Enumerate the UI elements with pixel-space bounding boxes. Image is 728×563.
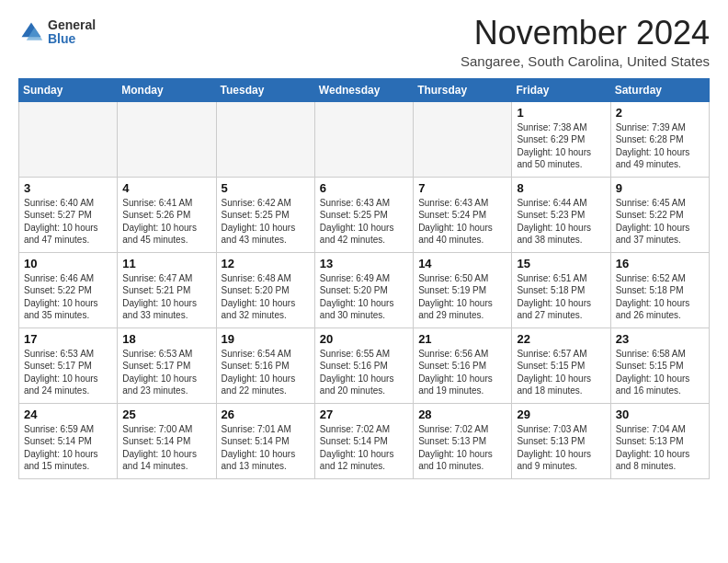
- calendar-cell: 30Sunrise: 7:04 AM Sunset: 5:13 PM Dayli…: [610, 403, 709, 478]
- calendar-week-4: 24Sunrise: 6:59 AM Sunset: 5:14 PM Dayli…: [19, 403, 710, 478]
- weekday-header-monday: Monday: [118, 78, 216, 101]
- day-number: 11: [122, 257, 210, 270]
- cell-info: Sunrise: 7:00 AM Sunset: 5:14 PM Dayligh…: [122, 423, 210, 473]
- cell-info: Sunrise: 7:02 AM Sunset: 5:13 PM Dayligh…: [418, 423, 506, 473]
- cell-info: Sunrise: 6:59 AM Sunset: 5:14 PM Dayligh…: [24, 423, 112, 473]
- logo: General Blue: [18, 18, 96, 47]
- calendar-cell: 6Sunrise: 6:43 AM Sunset: 5:25 PM Daylig…: [314, 177, 413, 252]
- calendar-cell: 24Sunrise: 6:59 AM Sunset: 5:14 PM Dayli…: [19, 403, 118, 478]
- day-number: 29: [517, 408, 605, 421]
- weekday-header-sunday: Sunday: [19, 78, 118, 101]
- calendar-cell: 13Sunrise: 6:49 AM Sunset: 5:20 PM Dayli…: [314, 252, 413, 327]
- calendar-cell: 12Sunrise: 6:48 AM Sunset: 5:20 PM Dayli…: [216, 252, 314, 327]
- day-number: 23: [616, 332, 704, 346]
- calendar-cell: 28Sunrise: 7:02 AM Sunset: 5:13 PM Dayli…: [414, 403, 512, 478]
- day-number: 16: [616, 257, 704, 270]
- calendar-cell: 3Sunrise: 6:40 AM Sunset: 5:27 PM Daylig…: [19, 177, 118, 252]
- calendar-cell: 8Sunrise: 6:44 AM Sunset: 5:23 PM Daylig…: [512, 177, 610, 252]
- day-number: 30: [616, 408, 704, 421]
- weekday-header-wednesday: Wednesday: [314, 78, 413, 101]
- day-number: 1: [517, 106, 605, 120]
- cell-info: Sunrise: 7:04 AM Sunset: 5:13 PM Dayligh…: [616, 423, 704, 473]
- calendar-table: SundayMondayTuesdayWednesdayThursdayFrid…: [18, 78, 710, 479]
- cell-info: Sunrise: 6:41 AM Sunset: 5:26 PM Dayligh…: [122, 197, 210, 247]
- logo-blue: Blue: [48, 32, 96, 46]
- calendar-cell: [118, 101, 216, 177]
- calendar-cell: 7Sunrise: 6:43 AM Sunset: 5:24 PM Daylig…: [414, 177, 512, 252]
- weekday-header-thursday: Thursday: [414, 78, 512, 101]
- calendar-week-2: 10Sunrise: 6:46 AM Sunset: 5:22 PM Dayli…: [19, 252, 710, 327]
- calendar-cell: 5Sunrise: 6:42 AM Sunset: 5:25 PM Daylig…: [216, 177, 314, 252]
- cell-info: Sunrise: 6:57 AM Sunset: 5:15 PM Dayligh…: [517, 348, 605, 397]
- day-number: 21: [418, 332, 506, 346]
- calendar-cell: 10Sunrise: 6:46 AM Sunset: 5:22 PM Dayli…: [19, 252, 118, 327]
- calendar-cell: 18Sunrise: 6:53 AM Sunset: 5:17 PM Dayli…: [118, 327, 216, 403]
- calendar-cell: [314, 101, 413, 177]
- logo-general: General: [48, 18, 96, 32]
- day-number: 28: [418, 408, 506, 421]
- cell-info: Sunrise: 6:56 AM Sunset: 5:16 PM Dayligh…: [418, 348, 506, 397]
- cell-info: Sunrise: 6:43 AM Sunset: 5:24 PM Dayligh…: [418, 197, 506, 247]
- day-number: 3: [24, 181, 112, 195]
- logo-icon: [18, 19, 44, 45]
- day-number: 12: [222, 257, 310, 270]
- cell-info: Sunrise: 7:38 AM Sunset: 6:29 PM Dayligh…: [517, 121, 605, 171]
- day-number: 25: [122, 408, 210, 421]
- calendar-cell: 16Sunrise: 6:52 AM Sunset: 5:18 PM Dayli…: [610, 252, 709, 327]
- day-number: 18: [122, 332, 210, 346]
- location-subtitle: Sangaree, South Carolina, United States: [461, 53, 710, 69]
- calendar-cell: 23Sunrise: 6:58 AM Sunset: 5:15 PM Dayli…: [610, 327, 709, 403]
- day-number: 13: [320, 257, 408, 270]
- cell-info: Sunrise: 7:02 AM Sunset: 5:14 PM Dayligh…: [320, 423, 408, 473]
- day-number: 2: [616, 106, 704, 120]
- title-block: November 2024 Sangaree, South Carolina, …: [461, 15, 710, 69]
- logo-text: General Blue: [48, 18, 96, 47]
- cell-info: Sunrise: 6:51 AM Sunset: 5:18 PM Dayligh…: [517, 272, 605, 322]
- calendar-cell: [19, 101, 118, 177]
- calendar-cell: 26Sunrise: 7:01 AM Sunset: 5:14 PM Dayli…: [216, 403, 314, 478]
- calendar-cell: 11Sunrise: 6:47 AM Sunset: 5:21 PM Dayli…: [118, 252, 216, 327]
- calendar-cell: 20Sunrise: 6:55 AM Sunset: 5:16 PM Dayli…: [314, 327, 413, 403]
- cell-info: Sunrise: 6:43 AM Sunset: 5:25 PM Dayligh…: [320, 197, 408, 247]
- weekday-header-saturday: Saturday: [610, 78, 709, 101]
- cell-info: Sunrise: 6:40 AM Sunset: 5:27 PM Dayligh…: [24, 197, 112, 247]
- day-number: 24: [24, 408, 112, 421]
- day-number: 4: [122, 181, 210, 195]
- cell-info: Sunrise: 7:03 AM Sunset: 5:13 PM Dayligh…: [517, 423, 605, 473]
- calendar-cell: 17Sunrise: 6:53 AM Sunset: 5:17 PM Dayli…: [19, 327, 118, 403]
- weekday-header-tuesday: Tuesday: [216, 78, 314, 101]
- calendar-cell: 29Sunrise: 7:03 AM Sunset: 5:13 PM Dayli…: [512, 403, 610, 478]
- day-number: 26: [222, 408, 310, 421]
- calendar-cell: 21Sunrise: 6:56 AM Sunset: 5:16 PM Dayli…: [414, 327, 512, 403]
- calendar-cell: 22Sunrise: 6:57 AM Sunset: 5:15 PM Dayli…: [512, 327, 610, 403]
- cell-info: Sunrise: 6:48 AM Sunset: 5:20 PM Dayligh…: [222, 272, 310, 322]
- cell-info: Sunrise: 6:55 AM Sunset: 5:16 PM Dayligh…: [320, 348, 408, 397]
- day-number: 22: [517, 332, 605, 346]
- cell-info: Sunrise: 6:50 AM Sunset: 5:19 PM Dayligh…: [418, 272, 506, 322]
- calendar-week-1: 3Sunrise: 6:40 AM Sunset: 5:27 PM Daylig…: [19, 177, 710, 252]
- calendar-cell: 25Sunrise: 7:00 AM Sunset: 5:14 PM Dayli…: [118, 403, 216, 478]
- calendar-cell: [216, 101, 314, 177]
- cell-info: Sunrise: 6:45 AM Sunset: 5:22 PM Dayligh…: [616, 197, 704, 247]
- cell-info: Sunrise: 6:42 AM Sunset: 5:25 PM Dayligh…: [222, 197, 310, 247]
- cell-info: Sunrise: 7:39 AM Sunset: 6:28 PM Dayligh…: [616, 121, 704, 171]
- calendar-cell: 19Sunrise: 6:54 AM Sunset: 5:16 PM Dayli…: [216, 327, 314, 403]
- cell-info: Sunrise: 6:47 AM Sunset: 5:21 PM Dayligh…: [122, 272, 210, 322]
- calendar-cell: 4Sunrise: 6:41 AM Sunset: 5:26 PM Daylig…: [118, 177, 216, 252]
- day-number: 6: [320, 181, 408, 195]
- cell-info: Sunrise: 6:53 AM Sunset: 5:17 PM Dayligh…: [122, 348, 210, 397]
- calendar-cell: 27Sunrise: 7:02 AM Sunset: 5:14 PM Dayli…: [314, 403, 413, 478]
- cell-info: Sunrise: 6:53 AM Sunset: 5:17 PM Dayligh…: [24, 348, 112, 397]
- calendar-cell: 14Sunrise: 6:50 AM Sunset: 5:19 PM Dayli…: [414, 252, 512, 327]
- day-number: 15: [517, 257, 605, 270]
- cell-info: Sunrise: 6:49 AM Sunset: 5:20 PM Dayligh…: [320, 272, 408, 322]
- cell-info: Sunrise: 7:01 AM Sunset: 5:14 PM Dayligh…: [222, 423, 310, 473]
- calendar-cell: 1Sunrise: 7:38 AM Sunset: 6:29 PM Daylig…: [512, 101, 610, 177]
- day-number: 8: [517, 181, 605, 195]
- day-number: 20: [320, 332, 408, 346]
- calendar-week-3: 17Sunrise: 6:53 AM Sunset: 5:17 PM Dayli…: [19, 327, 710, 403]
- day-number: 27: [320, 408, 408, 421]
- cell-info: Sunrise: 6:52 AM Sunset: 5:18 PM Dayligh…: [616, 272, 704, 322]
- cell-info: Sunrise: 6:58 AM Sunset: 5:15 PM Dayligh…: [616, 348, 704, 397]
- calendar-cell: [414, 101, 512, 177]
